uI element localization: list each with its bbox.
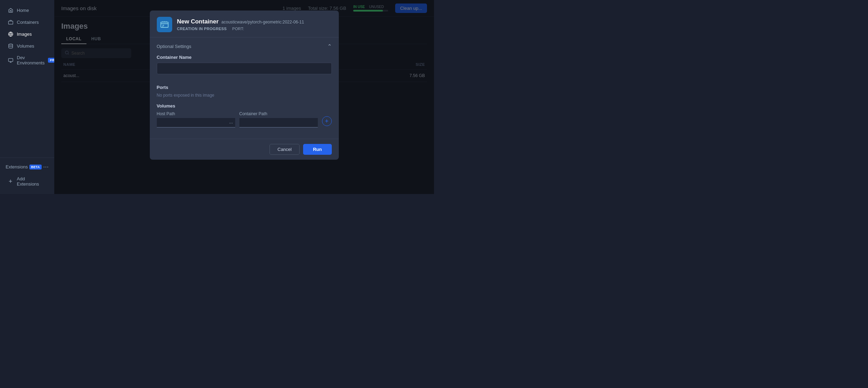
sidebar-bottom: Extensions BETA ⋯ + Add Extensions bbox=[0, 158, 54, 190]
sidebar-item-images[interactable]: Images bbox=[2, 28, 52, 40]
modal-title: New Container bbox=[177, 18, 219, 25]
host-path-col: Host Path ··· bbox=[157, 111, 235, 127]
sidebar-item-dev-environments[interactable]: Dev Environments PREVIEW bbox=[2, 52, 52, 68]
sidebar-item-label: Images bbox=[17, 32, 32, 37]
dev-icon bbox=[8, 57, 13, 63]
volumes-icon bbox=[8, 43, 13, 49]
extensions-label: Extensions bbox=[6, 164, 28, 169]
modal-status-row: CREATION IN PROGRESS PORT: bbox=[177, 27, 304, 31]
svg-point-1 bbox=[8, 44, 12, 45]
container-path-col: Container Path bbox=[239, 111, 318, 127]
volumes-label: Volumes bbox=[157, 103, 332, 109]
containers-icon bbox=[8, 19, 13, 25]
container-name-input[interactable] bbox=[157, 63, 332, 74]
host-path-input-wrap: ··· bbox=[157, 118, 235, 127]
host-path-input[interactable] bbox=[157, 118, 235, 127]
add-volume-icon: + bbox=[325, 118, 329, 125]
modal-overlay: New Container acousticwave/pytorch-geome… bbox=[54, 0, 434, 194]
sidebar-item-label: Volumes bbox=[17, 43, 34, 49]
new-container-modal: New Container acousticwave/pytorch-geome… bbox=[150, 11, 339, 160]
sidebar-item-label: Containers bbox=[17, 20, 39, 25]
sidebar-item-home[interactable]: Home bbox=[2, 5, 52, 16]
sidebar-item-containers[interactable]: Containers bbox=[2, 16, 52, 28]
sidebar-item-volumes[interactable]: Volumes bbox=[2, 40, 52, 51]
sidebar-item-add-extensions[interactable]: + Add Extensions bbox=[2, 173, 52, 189]
container-path-label: Container Path bbox=[239, 111, 318, 116]
run-button[interactable]: Run bbox=[303, 144, 331, 155]
modal-status-label: CREATION IN PROGRESS bbox=[177, 27, 227, 31]
container-path-input-wrap bbox=[239, 118, 318, 127]
modal-image-name: acousticwave/pytorch-geometric:2022-06-1… bbox=[222, 20, 304, 25]
extensions-row: Extensions BETA ⋯ bbox=[0, 161, 54, 173]
modal-title-area: New Container acousticwave/pytorch-geome… bbox=[177, 18, 304, 31]
ports-section: Ports No ports exposed in this image bbox=[157, 85, 332, 98]
volumes-row: Host Path ··· Container Path bbox=[157, 111, 332, 127]
add-extensions-label: Add Extensions bbox=[17, 176, 47, 187]
volumes-section: Volumes Host Path ··· Container Path bbox=[157, 103, 332, 127]
sidebar-item-label: Dev Environments bbox=[17, 55, 44, 65]
optional-settings-header: Optional Settings ⌃ bbox=[157, 43, 332, 50]
modal-header: New Container acousticwave/pytorch-geome… bbox=[150, 11, 339, 37]
beta-badge: BETA bbox=[29, 165, 42, 169]
optional-settings-title: Optional Settings bbox=[157, 44, 191, 49]
svg-rect-2 bbox=[8, 58, 13, 61]
sidebar: Home Containers Images Volumes bbox=[0, 0, 54, 194]
home-icon bbox=[8, 7, 13, 13]
no-ports-text: No ports exposed in this image bbox=[157, 93, 332, 98]
ports-label: Ports bbox=[157, 85, 332, 90]
sidebar-item-label: Home bbox=[17, 8, 29, 13]
images-icon bbox=[8, 31, 13, 37]
container-name-label: Container Name bbox=[157, 55, 332, 60]
container-name-section: Container Name bbox=[157, 55, 332, 79]
container-icon bbox=[157, 17, 172, 32]
container-path-input[interactable] bbox=[239, 118, 318, 127]
modal-title-row: New Container acousticwave/pytorch-geome… bbox=[177, 18, 304, 25]
host-path-label: Host Path bbox=[157, 111, 235, 116]
browse-host-path-button[interactable]: ··· bbox=[229, 120, 233, 125]
cancel-button[interactable]: Cancel bbox=[270, 144, 300, 155]
main-content: Images on disk 1 images Total size: 7.56… bbox=[54, 0, 434, 194]
chevron-up-icon[interactable]: ⌃ bbox=[327, 43, 332, 50]
modal-port-label: PORT: bbox=[232, 27, 244, 31]
modal-footer: Cancel Run bbox=[150, 139, 339, 160]
svg-rect-4 bbox=[161, 22, 168, 27]
modal-body: Optional Settings ⌃ Container Name Ports… bbox=[150, 37, 339, 139]
extensions-menu-button[interactable]: ⋯ bbox=[43, 164, 49, 170]
add-volume-button[interactable]: + bbox=[322, 116, 332, 126]
add-icon: + bbox=[8, 179, 13, 184]
svg-rect-0 bbox=[8, 21, 13, 24]
